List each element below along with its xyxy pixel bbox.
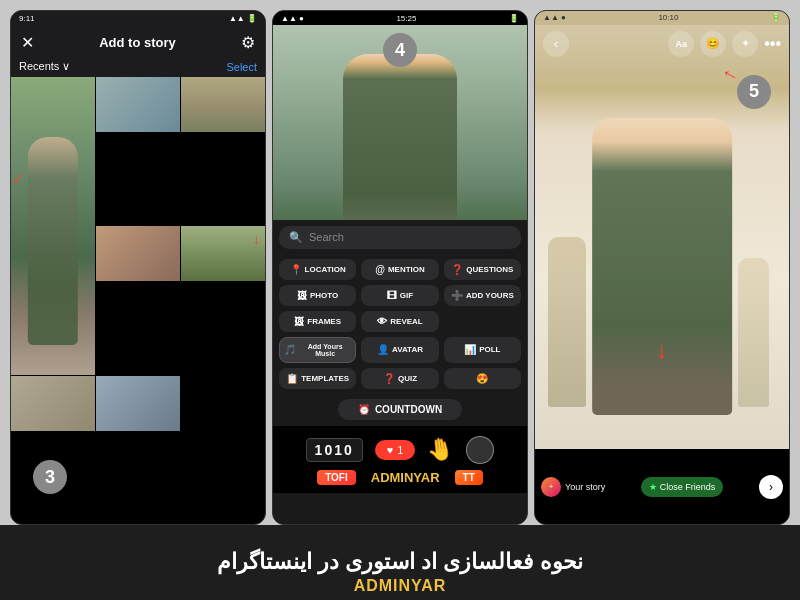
add-yours-icon: ➕ xyxy=(451,290,463,301)
bottom-banner: نحوه فعالسازی اد استوری در اینستاگرام AD… xyxy=(0,525,800,600)
photo-icon: 🖼 xyxy=(297,290,307,301)
photo-grid: ↓ ↓ xyxy=(11,77,265,524)
questions-sticker[interactable]: ❓ QUESTIONS xyxy=(444,259,521,280)
panel3-icons-left: ▲▲ ● xyxy=(543,13,566,22)
panel3-tools: Aa 😊 ✦ ••• xyxy=(668,31,781,57)
panel3-header-overlay: ‹ Aa 😊 ✦ ••• xyxy=(535,31,789,57)
record-button[interactable] xyxy=(466,436,494,464)
countdown-icon: ⏰ xyxy=(358,404,370,415)
panel-2: ▲▲ ● 15:25 🔋 4 🔍 Search xyxy=(272,10,528,525)
main-container: 9:11 ▲▲ 🔋 ✕ Add to story ⚙ Recents ∨ Sel… xyxy=(0,0,800,600)
reveal-icon: 👁 xyxy=(377,316,387,327)
mention-icon: @ xyxy=(375,264,385,275)
panel1-status-bar: 9:11 ▲▲ 🔋 xyxy=(11,11,265,25)
friends-icon: ★ xyxy=(649,482,657,492)
frames-icon: 🖼 xyxy=(294,316,304,327)
panel2-icons-right: 🔋 xyxy=(509,14,519,23)
panels-row: 9:11 ▲▲ 🔋 ✕ Add to story ⚙ Recents ∨ Sel… xyxy=(0,0,800,525)
counter-display: 1010 xyxy=(306,438,363,462)
location-icon: 📍 xyxy=(290,264,302,275)
avatar-icon: 👤 xyxy=(377,344,389,355)
panel2-photo: 4 xyxy=(273,25,527,220)
panel1-recents-bar: Recents ∨ Select xyxy=(11,56,265,77)
text-tool[interactable]: Aa xyxy=(668,31,694,57)
emoji-icon: 😍 xyxy=(476,373,488,384)
back-arrow[interactable]: ‹ xyxy=(543,31,569,57)
next-button[interactable]: › xyxy=(759,475,783,499)
panel2-status-bar: ▲▲ ● 15:25 🔋 xyxy=(273,11,527,25)
search-bar[interactable]: 🔍 Search xyxy=(279,226,521,249)
your-story-button[interactable]: + Your story xyxy=(541,477,605,497)
photo-small-6[interactable] xyxy=(96,376,180,431)
effects-tool[interactable]: ✦ xyxy=(732,31,758,57)
logo-right: TT xyxy=(455,470,483,485)
location-sticker[interactable]: 📍 LOCATION xyxy=(279,259,356,280)
select-label[interactable]: Select xyxy=(226,61,257,73)
add-yours-music-sticker[interactable]: 🎵 Add Yours Music xyxy=(279,337,356,363)
panel2-icons-left: ▲▲ ● xyxy=(281,14,304,23)
panel2-bottom: 1010 ♥ 1 🤚 TOFI ADMINYAR TT xyxy=(273,426,527,493)
photo-small-5[interactable] xyxy=(11,376,95,431)
story-circle-icon: + xyxy=(541,477,561,497)
add-yours-sticker[interactable]: ➕ ADD YOURS xyxy=(444,285,521,306)
step-5-number: 5 xyxy=(737,75,771,109)
panel1-header: ✕ Add to story ⚙ xyxy=(11,25,265,56)
your-story-label: Your story xyxy=(565,482,605,492)
recents-label[interactable]: Recents ∨ xyxy=(19,60,70,73)
panel3-icons-right: 🔋 xyxy=(771,13,781,22)
gif-sticker[interactable]: 🎞 GIF xyxy=(361,285,438,306)
countdown-sticker[interactable]: ⏰ COUNTDOWN xyxy=(338,399,462,420)
panel-1: 9:11 ▲▲ 🔋 ✕ Add to story ⚙ Recents ∨ Sel… xyxy=(10,10,266,525)
more-options[interactable]: ••• xyxy=(764,35,781,53)
search-icon: 🔍 xyxy=(289,231,303,244)
panel3-time: 10:10 xyxy=(658,13,678,22)
photo-small-3[interactable] xyxy=(96,226,180,281)
poll-sticker[interactable]: 📊 POLL xyxy=(444,337,521,363)
photo-large[interactable]: ↓ xyxy=(11,77,95,375)
like-count: 1 xyxy=(397,444,403,456)
close-friends-label: Close Friends xyxy=(660,482,716,492)
sticker-tool[interactable]: 😊 xyxy=(700,31,726,57)
reveal-sticker[interactable]: 👁 REVEAL xyxy=(361,311,438,332)
panel3-red-arrow-bottom: ↓ xyxy=(656,336,668,364)
hand-wave-emoji: 🤚 xyxy=(425,435,456,465)
bottom-logos: TOFI ADMINYAR TT xyxy=(281,468,519,487)
panel1-red-arrow-2: ↓ xyxy=(253,231,260,247)
panel1-title: Add to story xyxy=(34,35,241,50)
panel3-photo-area: ‹ Aa 😊 ✦ ••• 5 ↑ ↓ xyxy=(535,25,789,449)
like-bubble: ♥ 1 xyxy=(375,440,416,460)
templates-sticker[interactable]: 📋 TEMPLATES xyxy=(279,368,356,389)
heart-icon: ♥ xyxy=(387,444,394,456)
quiz-icon: ❓ xyxy=(383,373,395,384)
step-3-number: 3 xyxy=(33,460,67,494)
panel1-gear-icon[interactable]: ⚙ xyxy=(241,33,255,52)
questions-icon: ❓ xyxy=(451,264,463,275)
panel2-time: 15:25 xyxy=(396,14,416,23)
empty-sticker xyxy=(444,311,521,332)
frames-sticker[interactable]: 🖼 FRAMES xyxy=(279,311,356,332)
photo-small-2[interactable] xyxy=(181,77,265,132)
search-placeholder: Search xyxy=(309,231,344,243)
countdown-label: COUNTDOWN xyxy=(375,404,442,415)
adminyar-badge: ADMINYAR xyxy=(354,577,447,595)
photo-sticker[interactable]: 🖼 PHOTO xyxy=(279,285,356,306)
panel-3: ▲▲ ● 10:10 🔋 xyxy=(534,10,790,525)
countdown-row: ⏰ COUNTDOWN xyxy=(273,393,527,426)
gif-icon: 🎞 xyxy=(387,290,397,301)
emoji-sticker[interactable]: 😍 xyxy=(444,368,521,389)
banner-title: نحوه فعالسازی اد استوری در اینستاگرام xyxy=(217,548,584,577)
mention-sticker[interactable]: @ MENTION xyxy=(361,259,438,280)
photo-small-4[interactable]: ↓ xyxy=(181,226,265,281)
music-icon: 🎵 xyxy=(284,344,296,355)
close-friends-button[interactable]: ★ Close Friends xyxy=(641,477,724,497)
panel1-close-icon[interactable]: ✕ xyxy=(21,33,34,52)
panel1-time: 9:11 xyxy=(19,14,35,23)
avatar-sticker[interactable]: 👤 AVATAR xyxy=(361,337,438,363)
quiz-sticker[interactable]: ❓ QUIZ xyxy=(361,368,438,389)
panel1-icons: ▲▲ 🔋 xyxy=(229,14,257,23)
step-4-number: 4 xyxy=(383,33,417,67)
logo-left: TOFI xyxy=(317,470,356,485)
sticker-grid: 📍 LOCATION @ MENTION ❓ QUESTIONS 🖼 PHOTO xyxy=(273,255,527,393)
photo-small-1[interactable] xyxy=(96,77,180,132)
adminyar-label: ADMINYAR xyxy=(371,470,440,485)
